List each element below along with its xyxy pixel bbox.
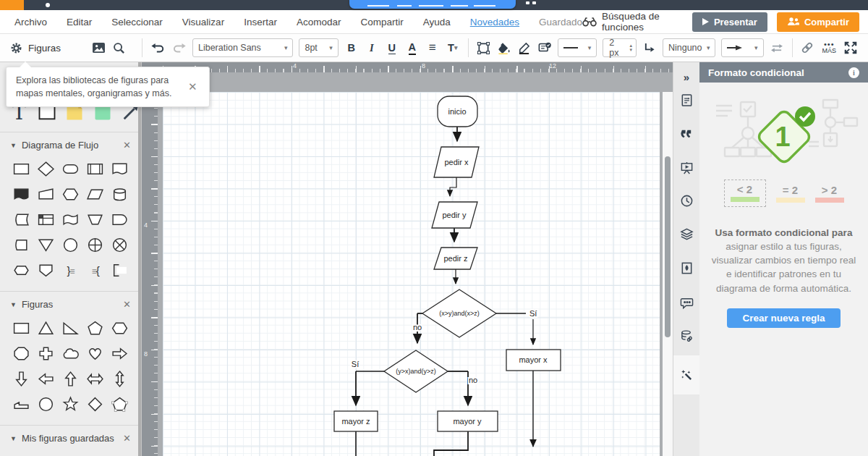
shape-manual-operation[interactable]	[86, 210, 105, 229]
shape-rectangle[interactable]	[12, 318, 30, 337]
line-start-select[interactable]: Ninguno▾	[663, 38, 715, 57]
presentation-icon[interactable]	[673, 153, 699, 182]
link-button[interactable]	[799, 38, 816, 58]
notes-quotes-icon[interactable]	[673, 119, 699, 148]
shape-data[interactable]	[86, 185, 105, 203]
shape-octagon[interactable]	[12, 344, 30, 363]
shape-arrow-right[interactable]	[111, 344, 129, 363]
shapes-panel-toggle[interactable]: Figuras	[0, 34, 137, 62]
section-saved-shapes[interactable]: ▼ Mis figuras guardadas ✕	[0, 426, 141, 447]
shape-ribbon[interactable]	[12, 394, 30, 413]
magic-wand-icon[interactable]	[673, 355, 699, 394]
shape-database[interactable]	[111, 185, 129, 203]
node-output-y[interactable]: mayor y	[438, 411, 498, 431]
redo-button[interactable]	[170, 38, 188, 58]
bold-button[interactable]: B	[343, 38, 360, 58]
node-output-z[interactable]: mayor z	[334, 411, 378, 431]
shape-decision[interactable]	[36, 159, 55, 178]
menu-ayuda[interactable]: Ayuda	[423, 17, 451, 28]
shape-style-button[interactable]	[536, 38, 553, 58]
italic-button[interactable]: I	[363, 38, 380, 58]
shape-arrow-up[interactable]	[61, 369, 80, 388]
menu-visualizar[interactable]: Visualizar	[182, 17, 224, 28]
line-color-button[interactable]	[516, 38, 533, 58]
shape-offpage-connector[interactable]	[36, 261, 55, 279]
shape-circle[interactable]	[36, 394, 55, 413]
shape-frame-button[interactable]	[475, 38, 493, 58]
section-flowchart[interactable]: ▼ Diagrama de Flujo ✕	[0, 132, 141, 153]
shape-arrow-down[interactable]	[12, 369, 30, 388]
info-icon[interactable]: i	[848, 67, 859, 78]
shape-multi-document[interactable]	[61, 210, 80, 229]
font-family-select[interactable]: Liberation Sans▾	[192, 38, 294, 57]
shape-stored-data[interactable]	[12, 210, 30, 229]
shape-document[interactable]	[12, 185, 30, 203]
history-clock-icon[interactable]	[673, 186, 699, 215]
page-style-icon[interactable]	[673, 253, 699, 282]
search-shapes-button[interactable]	[111, 38, 128, 58]
data-linking-icon[interactable]	[673, 321, 699, 350]
menu-insertar[interactable]: Insertar	[244, 17, 277, 28]
menu-acomodar[interactable]: Acomodar	[297, 17, 341, 28]
present-button[interactable]: Presentar	[692, 12, 767, 32]
menu-compartir[interactable]: Compartir	[360, 17, 403, 28]
undo-button[interactable]	[149, 38, 167, 58]
shape-process[interactable]	[12, 159, 30, 178]
menu-seleccionar[interactable]: Seleccionar	[111, 17, 163, 28]
shape-arrow-left[interactable]	[36, 369, 55, 388]
shape-display[interactable]	[111, 159, 129, 178]
text-color-button[interactable]: A	[404, 38, 421, 58]
shape-card[interactable]	[12, 235, 30, 254]
text-options-button[interactable]: T▾	[444, 38, 461, 58]
close-icon[interactable]: ✕	[188, 80, 197, 93]
rule-chip-greater[interactable]: > 2	[815, 184, 844, 203]
swap-arrows-button[interactable]	[768, 38, 786, 58]
shape-terminator[interactable]	[61, 159, 80, 178]
close-icon[interactable]: ✕	[123, 140, 131, 151]
shape-triangle[interactable]	[36, 318, 55, 337]
shape-or[interactable]	[86, 235, 105, 254]
shape-hexagon-alt[interactable]	[12, 261, 30, 279]
align-button[interactable]: ≡	[424, 38, 441, 58]
node-output-x[interactable]: mayor x	[506, 350, 561, 371]
menu-editar[interactable]: Editar	[67, 17, 92, 28]
shape-heart[interactable]	[86, 344, 105, 363]
close-icon[interactable]: ✕	[123, 299, 131, 310]
shape-annotation[interactable]	[111, 261, 129, 279]
menu-archivo[interactable]: Archivo	[14, 17, 47, 28]
document-title-popup[interactable]	[349, 0, 516, 9]
layers-icon[interactable]	[673, 219, 699, 248]
shape-summing-junction[interactable]	[111, 235, 129, 254]
shape-cloud[interactable]	[61, 344, 80, 363]
shape-star[interactable]	[61, 394, 80, 413]
scrollbar-thumb[interactable]	[665, 156, 671, 337]
shape-preparation[interactable]	[61, 185, 80, 203]
node-condition-1[interactable]: (x>y)and(x>z)	[422, 290, 496, 337]
node-input-z[interactable]: pedir z	[434, 248, 477, 269]
shape-arrow-updown[interactable]	[111, 369, 129, 388]
line-end-select[interactable]: ▾	[721, 38, 763, 57]
font-size-select[interactable]: 8pt▾	[299, 38, 338, 57]
create-rule-button[interactable]: Crear nueva regla	[727, 308, 841, 328]
shape-merge[interactable]	[36, 235, 55, 254]
shape-internal-storage[interactable]	[36, 210, 55, 229]
connector-type-button[interactable]	[641, 38, 658, 58]
rule-chip-equal[interactable]: = 2	[776, 184, 805, 203]
fullscreen-button[interactable]	[842, 38, 859, 58]
section-shapes[interactable]: ▼ Figuras ✕	[0, 292, 141, 313]
shape-connector[interactable]	[61, 235, 80, 254]
share-button[interactable]: Compartir	[777, 12, 859, 32]
node-input-x[interactable]: pedir x	[434, 147, 479, 177]
line-width-stepper[interactable]: 2 px ▴▾	[603, 38, 637, 57]
shape-delay[interactable]	[111, 210, 129, 229]
line-style-select[interactable]: ▾	[558, 38, 597, 57]
more-tools-button[interactable]: ••• MÁS	[822, 41, 836, 54]
shape-hexagon[interactable]	[111, 318, 129, 337]
shape-diamond[interactable]	[86, 394, 105, 413]
node-condition-2[interactable]: (y>x)and(y>z)	[384, 350, 448, 392]
shape-predefined-process[interactable]	[86, 159, 105, 178]
shape-manual-input[interactable]	[36, 185, 55, 203]
comments-icon[interactable]	[673, 288, 699, 317]
fill-color-button[interactable]	[495, 38, 513, 58]
shape-brace-right[interactable]: }≡	[61, 261, 80, 279]
